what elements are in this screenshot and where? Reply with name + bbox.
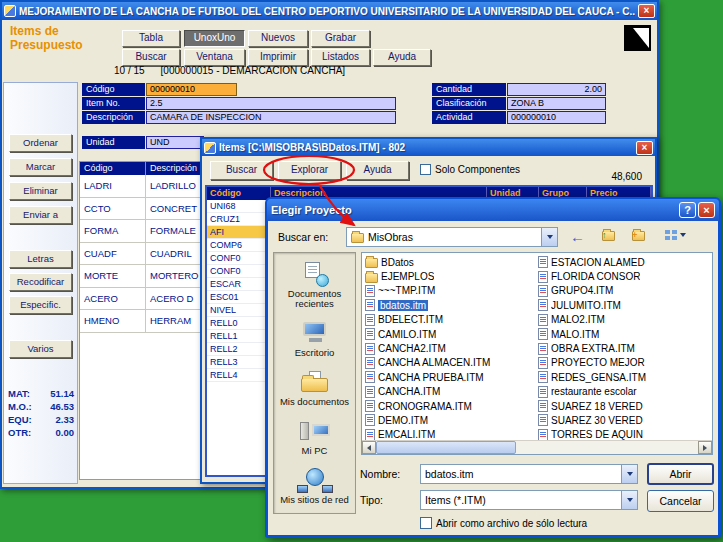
items-buscar-button[interactable]: Buscar [210, 161, 273, 180]
file-icon [538, 343, 548, 355]
file-icon [365, 414, 375, 426]
grid-col-codigo: Código [207, 187, 271, 200]
place-my-documents[interactable]: Mis documentos [277, 369, 353, 407]
list-item[interactable]: EJEMPLOS [365, 269, 537, 283]
scrollbar-thumb[interactable] [376, 441, 516, 454]
item-no-field[interactable]: 2.5 [146, 97, 396, 110]
list-item[interactable]: CANCHA2.ITM [365, 341, 537, 355]
file-icon [538, 400, 548, 412]
scroll-left-icon[interactable] [362, 441, 376, 454]
folder-icon [365, 258, 378, 268]
look-in-combobox[interactable]: MisObras [346, 227, 558, 247]
codigo-field[interactable]: 000000010 [146, 83, 237, 96]
list-item[interactable]: CANCHA ALMACEN.ITM [365, 356, 537, 370]
stat-equ: EQU:2.33 [8, 414, 74, 425]
file-icon [538, 386, 548, 398]
file-icon [538, 414, 548, 426]
ventana-button[interactable]: Ventana [184, 49, 245, 66]
list-item[interactable]: BDELECT.ITM [365, 313, 537, 327]
my-pc-icon [297, 418, 333, 444]
up-folder-icon[interactable]: ↑ [602, 229, 615, 241]
col-header-codigo: Código [80, 162, 146, 175]
solo-componentes-checkbox[interactable] [420, 164, 431, 175]
nuevos-button[interactable]: Nuevos [248, 30, 308, 47]
list-item[interactable]: SUAREZ 18 VERED [538, 399, 712, 413]
place-my-pc[interactable]: Mi PC [277, 418, 353, 456]
listados-button[interactable]: Listados [311, 49, 370, 66]
list-item[interactable]: OBRA EXTRA.ITM [538, 341, 712, 355]
list-item[interactable]: SUAREZ 30 VERED [538, 413, 712, 427]
new-folder-icon[interactable]: + [632, 229, 645, 241]
file-icon [538, 314, 548, 326]
grabar-button[interactable]: Grabar [311, 30, 370, 47]
file-list[interactable]: BDatos EJEMPLOS ~~~TMP.ITM bdatos.itm BD… [361, 252, 713, 455]
list-item[interactable]: CANCHA.ITM [365, 385, 537, 399]
place-desktop[interactable]: Escritorio [277, 320, 353, 358]
items-ayuda-button[interactable]: Ayuda [346, 161, 409, 180]
places-bar: Documentos recientes Escritorio Mis docu… [273, 252, 356, 514]
place-recent-documents[interactable]: Documentos recientes [277, 261, 353, 309]
list-item[interactable]: GRUPO4.ITM [538, 284, 712, 298]
list-item[interactable]: CAMILO.ITM [365, 327, 537, 341]
back-icon[interactable]: ← [570, 229, 585, 244]
tabla-button[interactable]: Tabla [122, 30, 180, 47]
scroll-right-icon[interactable] [698, 441, 712, 454]
close-icon[interactable]: × [636, 141, 653, 155]
item-price-value: 48,600 [582, 171, 642, 182]
list-item[interactable]: restaurante escolar [538, 385, 712, 399]
views-menu-icon[interactable] [664, 229, 686, 241]
cantidad-field[interactable]: 2.00 [507, 83, 606, 96]
varios-button[interactable]: Varios [9, 340, 72, 358]
actividad-field[interactable]: 000000010 [507, 111, 606, 124]
ordenar-button[interactable]: Ordenar [9, 134, 72, 152]
list-item[interactable]: REDES_GENSA.ITM [538, 370, 712, 384]
filename-combobox[interactable]: bdatos.itm [420, 464, 638, 484]
chevron-down-icon[interactable] [541, 228, 557, 246]
close-icon[interactable]: × [698, 202, 715, 218]
horizontal-scrollbar[interactable] [362, 440, 712, 454]
list-item[interactable]: DEMO.ITM [365, 413, 537, 427]
ayuda-button[interactable]: Ayuda [373, 49, 431, 66]
help-icon[interactable]: ? [679, 202, 696, 218]
list-item[interactable]: PROYECTO MEJOR [538, 356, 712, 370]
marcar-button[interactable]: Marcar [9, 158, 72, 176]
list-item[interactable]: BDatos [365, 255, 537, 269]
items-explorar-button[interactable]: Explorar [278, 161, 341, 180]
chevron-down-icon[interactable] [621, 465, 637, 483]
letras-button[interactable]: Letras [9, 250, 72, 268]
list-item[interactable]: MALO.ITM [538, 327, 712, 341]
dialog-titlebar: Elegir Proyecto ? × [267, 199, 719, 221]
unoxuno-button[interactable]: UnoxUno [184, 30, 245, 47]
list-item[interactable]: JULUMITO.ITM [538, 298, 712, 312]
list-item[interactable]: CRONOGRAMA.ITM [365, 399, 537, 413]
eliminar-button[interactable]: Eliminar [9, 182, 72, 200]
filetype-value: Items (*.ITM) [425, 494, 486, 506]
imprimir-button[interactable]: Imprimir [248, 49, 308, 66]
file-icon [365, 285, 375, 297]
list-item[interactable]: FLORIDA CONSOR [538, 269, 712, 283]
list-item[interactable]: ~~~TMP.ITM [365, 284, 537, 298]
descripcion-field[interactable]: CAMARA DE INSPECCION [146, 111, 396, 124]
open-button[interactable]: Abrir [647, 463, 714, 485]
file-icon [365, 371, 375, 383]
clasificacion-label: Clasificación [432, 97, 506, 110]
stat-mat: MAT:51.14 [8, 388, 74, 399]
list-item[interactable]: ESTACION ALAMED [538, 255, 712, 269]
record-counter: 10 / 15 [114, 65, 145, 76]
place-network[interactable]: Mis sitios de red [277, 467, 353, 505]
filetype-combobox[interactable]: Items (*.ITM) [420, 490, 638, 510]
logo-triangle-icon [633, 28, 649, 48]
recodificar-button[interactable]: Recodificar [9, 273, 72, 291]
buscar-button[interactable]: Buscar [122, 49, 180, 66]
readonly-checkbox[interactable] [420, 517, 432, 529]
list-item[interactable]: MALO2.ITM [538, 313, 712, 327]
clasificacion-field[interactable]: ZONA B [507, 97, 606, 110]
unidad-field[interactable]: UND [146, 136, 204, 149]
list-item[interactable]: CANCHA PRUEBA.ITM [365, 370, 537, 384]
list-item-selected[interactable]: bdatos.itm [365, 298, 537, 312]
enviar-a-button[interactable]: Enviar a [9, 206, 72, 224]
chevron-down-icon[interactable] [621, 491, 637, 509]
especific-button[interactable]: Especific. [9, 296, 72, 314]
cancel-button[interactable]: Cancelar [647, 490, 714, 512]
close-icon[interactable]: × [638, 4, 655, 18]
